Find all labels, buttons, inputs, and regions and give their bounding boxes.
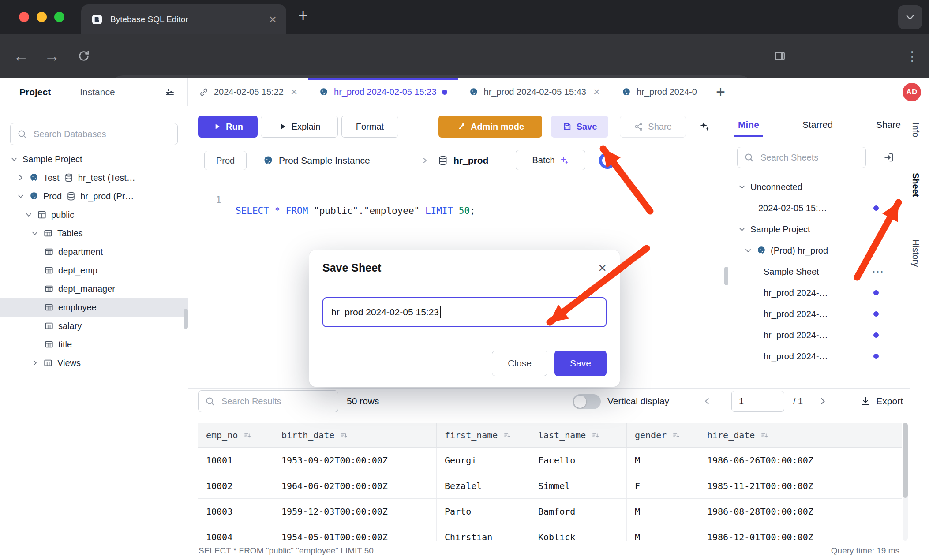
breadcrumb-instance[interactable]: Prod Sample Instance <box>263 149 370 172</box>
vertical-display-label: Vertical display <box>607 389 669 414</box>
environment-chip[interactable]: Prod <box>204 151 247 170</box>
column-header-first-name[interactable]: first_name <box>437 423 530 447</box>
sheet-tab-mine[interactable]: Mine <box>738 119 759 130</box>
close-tab-icon[interactable]: × <box>291 85 297 99</box>
sheet-item-unconnected[interactable]: Unconnected <box>728 176 910 198</box>
ai-sparkle-icon[interactable] <box>699 120 710 132</box>
more-actions-icon[interactable]: ⋯ <box>872 265 884 278</box>
column-header-gender[interactable]: gender <box>627 423 699 447</box>
table-row[interactable]: 100021964-06-02T00:00:00ZBezalelSimmelF1… <box>198 473 902 499</box>
sort-icon <box>672 431 681 440</box>
new-browser-tab-button[interactable]: + <box>298 6 308 25</box>
batch-sparkle-icon <box>559 155 569 165</box>
column-header-hire-date[interactable]: hire_date <box>699 423 862 447</box>
next-page-button[interactable] <box>818 389 828 414</box>
tree-item-employee[interactable]: employee <box>0 298 188 317</box>
filter-sliders-icon[interactable] <box>165 87 175 97</box>
results-search-input[interactable] <box>221 396 332 407</box>
sheet-item-sample-sheet[interactable]: Sample Sheet⋯ <box>728 261 910 282</box>
rail-tab-history[interactable]: History <box>910 216 921 291</box>
sheet-panel-resize-handle[interactable] <box>724 267 728 285</box>
dialog-close-icon[interactable]: × <box>598 261 607 275</box>
window-zoom-button[interactable] <box>54 12 64 22</box>
help-circle-icon[interactable] <box>599 152 616 169</box>
table-row[interactable]: 100011953-09-02T00:00:00ZGeorgiFacelloM1… <box>198 448 902 473</box>
column-header-last-name[interactable]: last_name <box>530 423 627 447</box>
sidebar-resize-handle[interactable] <box>184 309 188 329</box>
tree-item-test[interactable]: Testhr_test (Test… <box>0 168 188 187</box>
import-sheet-icon[interactable] <box>883 152 895 163</box>
close-tab-icon[interactable]: × <box>593 85 600 99</box>
sheet-search-input[interactable] <box>760 152 859 163</box>
rail-tab-info[interactable]: Info <box>910 106 921 154</box>
share-button[interactable]: Share <box>620 116 686 138</box>
window-minimize-button[interactable] <box>37 12 47 22</box>
forward-button[interactable]: → <box>39 34 65 78</box>
run-button[interactable]: Run <box>198 116 258 138</box>
database-search[interactable] <box>10 123 178 145</box>
side-panel-button[interactable] <box>766 34 794 78</box>
admin-mode-button[interactable]: Admin mode <box>438 116 542 138</box>
table-row[interactable]: 100031959-12-03T00:00:00ZPartoBamfordM19… <box>198 499 902 524</box>
tab-instance[interactable]: Instance <box>80 87 115 97</box>
sheet-item-hr-prod-2024[interactable]: hr_prod 2024-… <box>728 346 910 367</box>
column-header-emp-no[interactable]: emp_no <box>198 423 273 447</box>
sheet-search[interactable] <box>737 147 866 168</box>
avatar[interactable]: AD <box>903 83 921 101</box>
sidebar-header: Project Instance <box>0 78 188 106</box>
table-scrollbar-thumb[interactable] <box>903 423 908 498</box>
tree-item-views[interactable]: Views <box>0 354 188 372</box>
format-button[interactable]: Format <box>341 116 398 138</box>
table-cell: Parto <box>437 499 530 524</box>
column-header-birth-date[interactable]: birth_date <box>273 423 437 447</box>
vertical-display-toggle[interactable] <box>573 394 601 409</box>
tree-item-department[interactable]: department <box>0 243 188 261</box>
tree-item-dept-emp[interactable]: dept_emp <box>0 261 188 280</box>
explain-button[interactable]: Explain <box>261 116 338 138</box>
editor-tab-hr-prod-2024-02-05-15-23[interactable]: hr_prod 2024-02-05 15:23 <box>308 78 458 106</box>
sheet-item-prod-hr-prod[interactable]: (Prod) hr_prod <box>728 240 910 261</box>
rail-tab-sheet[interactable]: Sheet <box>910 154 921 216</box>
sheet-tab-share[interactable]: Share <box>876 119 901 130</box>
reload-button[interactable] <box>70 34 98 78</box>
browser-menu-button[interactable]: ⋮ <box>900 34 925 78</box>
batch-button[interactable]: Batch <box>516 150 585 170</box>
tree-item-sample-project[interactable]: Sample Project <box>0 150 188 168</box>
sheet-item-sample-project[interactable]: Sample Project <box>728 219 910 240</box>
table-cell: 1986-06-26T00:00:00Z <box>699 448 862 473</box>
sheet-item-hr-prod-2024[interactable]: hr_prod 2024-… <box>728 303 910 325</box>
export-button[interactable]: Export <box>860 389 903 414</box>
results-search[interactable] <box>198 390 338 412</box>
tree-item-title[interactable]: title <box>0 335 188 354</box>
table-row[interactable]: 100041954-05-01T00:00:00ZChirstianKoblic… <box>198 524 902 541</box>
editor-tab-hr-prod-2024-0[interactable]: hr_prod 2024-0 <box>611 78 708 106</box>
sheet-item-2024-02-05-15[interactable]: 2024-02-05 15:… <box>728 198 910 219</box>
sheet-tab-starred[interactable]: Starred <box>802 119 833 130</box>
tree-item-salary[interactable]: salary <box>0 317 188 335</box>
tree-item-label: salary <box>58 321 82 331</box>
tree-item-tables[interactable]: Tables <box>0 224 188 243</box>
page-number-input[interactable] <box>731 391 784 412</box>
browser-tab[interactable]: Bytebase SQL Editor × <box>81 4 286 34</box>
tree-item-public[interactable]: public <box>0 205 188 224</box>
tree-item-prod[interactable]: Prodhr_prod (Pr… <box>0 187 188 205</box>
back-button[interactable]: ← <box>8 34 34 78</box>
save-button[interactable]: Save <box>551 116 608 138</box>
new-sheet-tab-button[interactable]: + <box>708 78 733 106</box>
sheet-item-hr-prod-2024[interactable]: hr_prod 2024-… <box>728 282 910 303</box>
editor-tab-2024-02-05-15-22[interactable]: 2024-02-05 15:22× <box>188 78 308 106</box>
dialog-save-button[interactable]: Save <box>554 351 607 376</box>
window-close-button[interactable] <box>19 12 29 22</box>
sheet-item-hr-prod-2024[interactable]: hr_prod 2024-… <box>728 325 910 346</box>
sql-editor[interactable]: 1 SELECT * FROM "public"."employee" LIMI… <box>188 184 728 199</box>
close-browser-tab-icon[interactable]: × <box>269 13 277 26</box>
editor-tab-hr-prod-2024-02-05-15-43[interactable]: hr_prod 2024-02-05 15:43× <box>458 78 611 106</box>
tab-search-button[interactable] <box>898 5 922 29</box>
breadcrumb-database[interactable]: hr_prod <box>438 149 488 172</box>
tab-project[interactable]: Project <box>19 87 51 97</box>
prev-page-button[interactable] <box>702 389 712 414</box>
database-search-input[interactable] <box>33 129 171 140</box>
tree-item-dept-manager[interactable]: dept_manager <box>0 280 188 298</box>
sheet-name-input[interactable]: hr_prod 2024-02-05 15:23 <box>322 297 607 327</box>
dialog-close-button[interactable]: Close <box>492 351 547 376</box>
